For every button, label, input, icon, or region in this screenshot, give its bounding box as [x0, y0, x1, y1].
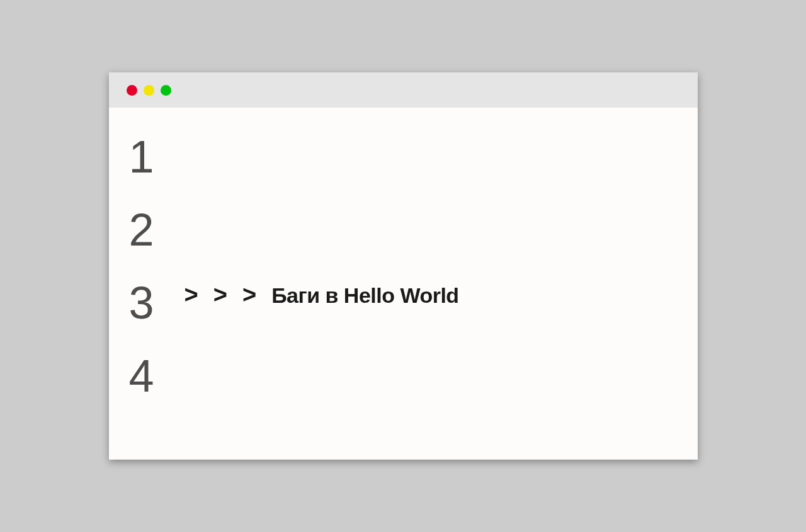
code-text: Баги в Hello World — [271, 285, 458, 306]
prompt-chevrons: > > > — [184, 283, 257, 307]
line-number: 3 — [129, 280, 154, 325]
editor-area: 1 2 3 4 > > > Баги в Hello World — [109, 108, 698, 460]
chevron-icon: > — [213, 283, 227, 307]
line-number-gutter: 1 2 3 4 — [129, 134, 154, 460]
titlebar — [109, 72, 698, 108]
chevron-icon: > — [184, 283, 198, 307]
line-number: 4 — [129, 353, 154, 399]
minimize-icon[interactable] — [144, 85, 154, 96]
close-icon[interactable] — [127, 85, 137, 96]
maximize-icon[interactable] — [161, 85, 171, 96]
line-number: 2 — [129, 207, 154, 252]
editor-window: 1 2 3 4 > > > Баги в Hello World — [109, 72, 698, 460]
code-content: > > > Баги в Hello World — [154, 134, 459, 460]
line-number: 1 — [129, 134, 154, 179]
chevron-icon: > — [242, 283, 256, 307]
